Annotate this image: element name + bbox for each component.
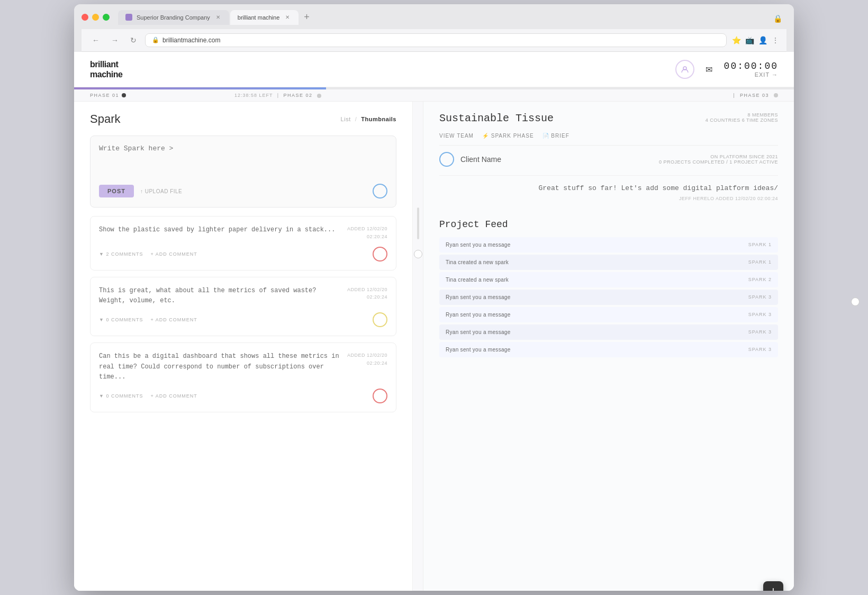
spark-card-2-meta: ADDED 12/02/20 02:20:24 <box>347 351 387 382</box>
mail-button[interactable]: ✉ <box>702 62 717 77</box>
progress-section: PHASE 01 12:38:58 LEFT | PHASE 02 | PHAS… <box>74 87 794 102</box>
cast-icon[interactable]: 📺 <box>745 36 754 44</box>
spark-card-1-circle[interactable] <box>373 312 387 327</box>
app-container: brilliant machine ✉ 00:00:00 EXIT → <box>74 52 794 591</box>
spark-input-card: POST ↑ UPLOAD FILE <box>90 136 396 208</box>
project-feed: Project Feed Ryan sent you a message SPA… <box>439 219 778 357</box>
feed-item-4[interactable]: Ryan sent you a message SPARK 3 <box>439 307 778 322</box>
view-team-nav[interactable]: VIEW TEAM <box>439 133 474 139</box>
view-toggle: List / Thumbnails <box>341 116 396 122</box>
spark-textarea[interactable] <box>99 145 387 176</box>
phase3-label: | PHASE 03 <box>733 93 778 98</box>
thumbnails-view-option[interactable]: Thumbnails <box>361 116 396 122</box>
main-layout: Spark List / Thumbnails POST ↑ UPLOAD FI… <box>74 102 794 591</box>
phase3-text: PHASE 03 <box>740 93 769 98</box>
spark-panel-header: Spark List / Thumbnails <box>90 112 396 126</box>
app-logo: brilliant machine <box>90 59 143 79</box>
comment-toggle-2[interactable]: ▼ 0 COMMENTS <box>99 393 143 399</box>
close-traffic-light[interactable] <box>82 14 88 21</box>
phase-time: 12:38:58 LEFT | PHASE 02 <box>126 93 430 98</box>
brief-nav[interactable]: 📄 BRIEF <box>542 133 569 139</box>
profile-icon[interactable]: 👤 <box>758 36 767 44</box>
avatar-button[interactable] <box>675 60 694 79</box>
app-header: brilliant machine ✉ 00:00:00 EXIT → <box>74 52 794 87</box>
left-scrollbar <box>413 102 423 591</box>
progress-fill <box>74 87 326 89</box>
phase2-dot <box>317 94 321 98</box>
client-info: Client Name <box>439 152 501 167</box>
comment-toggle-1[interactable]: ▼ 0 COMMENTS <box>99 317 143 322</box>
browser-tab-superior[interactable]: Superior Branding Company ✕ <box>118 10 229 25</box>
spark-card-1-meta: ADDED 12/02/20 02:20:24 <box>347 286 387 306</box>
fab-button[interactable]: + <box>763 581 783 591</box>
spark-panel-title: Spark <box>90 112 120 126</box>
project-stats: 8 MEMBERS 4 COUNTRIES 6 TIME ZONES <box>706 112 778 123</box>
timer-display: 00:00:00 <box>724 61 778 71</box>
project-divider <box>439 145 778 146</box>
new-tab-button[interactable]: + <box>300 10 314 25</box>
comment-toggle-0[interactable]: ▼ 2 COMMENTS <box>99 251 143 257</box>
tab-label-brilliant: brilliant machine <box>238 14 279 21</box>
left-scrollbar-thumb[interactable] <box>417 208 419 239</box>
spark-input-footer: POST ↑ UPLOAD FILE <box>99 184 387 199</box>
menu-icon[interactable]: ⋮ <box>772 36 779 44</box>
maximize-traffic-light[interactable] <box>103 14 110 21</box>
tab-label-superior: Superior Branding Company <box>137 14 210 21</box>
client-name: Client Name <box>460 155 501 164</box>
phase1-dot <box>122 93 126 97</box>
spark-card-0-circle[interactable] <box>373 247 387 262</box>
add-comment-1[interactable]: + ADD COMMENT <box>150 317 197 322</box>
feed-item-5[interactable]: Ryan sent you a message SPARK 3 <box>439 324 778 340</box>
browser-extension-icon: 🔒 <box>769 12 786 25</box>
upload-button[interactable]: ↑ UPLOAD FILE <box>140 188 182 194</box>
spark-card-2-text: Can this be a digital dashboard that sho… <box>99 351 341 382</box>
tab-close-brilliant[interactable]: ✕ <box>284 14 291 21</box>
latest-spark-text: Great stuff so far! Let's add some digit… <box>439 183 778 194</box>
feed-title: Project Feed <box>439 219 778 230</box>
spark-card-0-text: Show the plastic saved by lighter paper … <box>99 225 341 240</box>
refresh-button[interactable]: ↻ <box>127 34 140 46</box>
minimize-traffic-light[interactable] <box>92 14 99 21</box>
project-nav: VIEW TEAM ⚡ SPARK PHASE 📄 BRIEF <box>439 133 778 139</box>
spark-cards-list: Show the plastic saved by lighter paper … <box>90 216 396 412</box>
logo-line2: machine <box>90 69 143 79</box>
spark-card-1: This is great, what about all the metric… <box>90 277 396 336</box>
feed-item-2[interactable]: Tina created a new spark SPARK 2 <box>439 272 778 287</box>
latest-spark-meta: JEFF HERELO ADDED 12/02/20 02:00:24 <box>439 196 778 201</box>
client-row: Client Name ON PLATFORM SINCE 2021 0 PRO… <box>439 152 778 167</box>
right-panel: Sustainable Tissue 8 MEMBERS 4 COUNTRIES… <box>423 102 794 591</box>
extensions-icon[interactable]: ⭐ <box>732 36 741 44</box>
tab-close-superior[interactable]: ✕ <box>214 14 222 21</box>
back-button[interactable]: ← <box>89 34 103 46</box>
url-bar[interactable]: 🔒 brilliantmachine.com <box>145 33 727 47</box>
browser-window: Superior Branding Company ✕ brilliant ma… <box>74 4 794 591</box>
list-view-option[interactable]: List <box>341 116 351 122</box>
spark-card-1-text: This is great, what about all the metric… <box>99 286 341 306</box>
timer-section: 00:00:00 EXIT → <box>724 61 778 78</box>
browser-tab-brilliant[interactable]: brilliant machine ✕ <box>230 10 299 25</box>
feed-item-1[interactable]: Tina created a new spark SPARK 1 <box>439 255 778 270</box>
tab-favicon-superior <box>125 14 132 21</box>
feed-item-3[interactable]: Ryan sent you a message SPARK 3 <box>439 290 778 305</box>
scroll-divider-circle <box>414 250 422 258</box>
project-title: Sustainable Tissue <box>439 112 554 124</box>
spark-card-2-circle[interactable] <box>373 389 387 403</box>
spark-phase-nav[interactable]: ⚡ SPARK PHASE <box>482 133 534 139</box>
lock-icon: 🔒 <box>152 37 159 43</box>
feed-item-6[interactable]: Ryan sent you a message SPARK 3 <box>439 342 778 357</box>
spark-color-circle[interactable] <box>373 184 387 199</box>
phase1-text: PHASE 01 <box>90 93 119 98</box>
url-text: brilliantmachine.com <box>162 37 220 44</box>
exit-button[interactable]: EXIT → <box>724 71 778 78</box>
spark-card-0: Show the plastic saved by lighter paper … <box>90 216 396 271</box>
add-comment-0[interactable]: + ADD COMMENT <box>150 251 197 257</box>
post-button[interactable]: POST <box>99 185 134 197</box>
feed-item-0[interactable]: Ryan sent you a message SPARK 1 <box>439 237 778 253</box>
forward-button[interactable]: → <box>108 34 122 46</box>
add-comment-2[interactable]: + ADD COMMENT <box>150 393 197 399</box>
spark-card-2: Can this be a digital dashboard that sho… <box>90 342 396 412</box>
client-avatar <box>439 152 454 167</box>
logo-line1: brilliant <box>90 59 143 69</box>
header-actions: ✉ 00:00:00 EXIT → <box>675 60 778 79</box>
spark-card-0-meta: ADDED 12/02/20 02:20:24 <box>347 225 387 240</box>
